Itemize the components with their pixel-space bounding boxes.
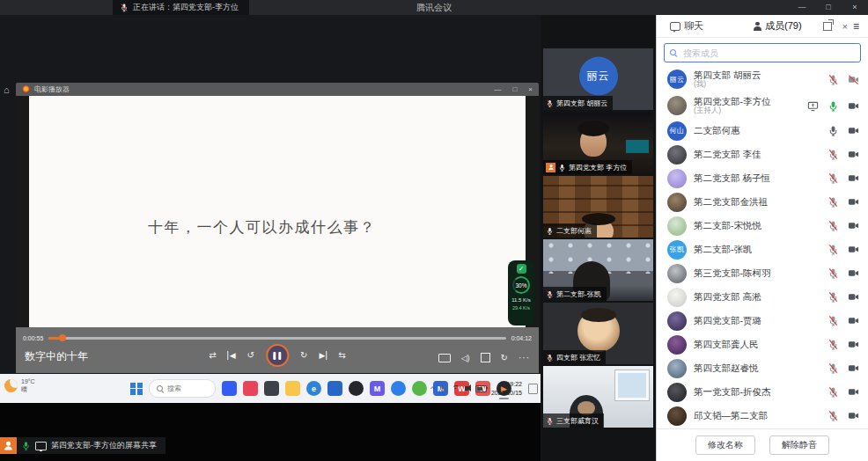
camera-icon[interactable] [848, 125, 859, 136]
member-row[interactable]: 第一党支部-折俊杰 [657, 380, 868, 404]
close-icon[interactable]: × [842, 0, 868, 15]
speaker-icon[interactable] [465, 386, 468, 391]
mic-icon[interactable] [828, 172, 839, 184]
camera-icon[interactable] [848, 267, 859, 279]
red-app-icon[interactable] [243, 381, 258, 396]
player-close-icon[interactable]: × [528, 83, 533, 96]
camera-icon[interactable] [848, 172, 859, 184]
notification-center-icon[interactable] [528, 384, 538, 394]
camera-icon[interactable] [848, 315, 859, 326]
shuffle-icon[interactable]: ⇄ [209, 351, 216, 360]
mic-icon[interactable] [828, 125, 839, 136]
tray-expand-icon[interactable]: ^ [430, 384, 434, 392]
mic-icon[interactable] [828, 244, 839, 255]
camera-icon[interactable] [848, 362, 859, 374]
video-thumbnail[interactable]: 丽云 第四支部 胡丽云 [543, 48, 653, 110]
rename-button[interactable]: 修改名称 [695, 435, 755, 455]
taskbar-search[interactable]: 搜索 [149, 379, 216, 398]
camera-icon[interactable] [848, 339, 859, 350]
member-search-box[interactable] [664, 43, 861, 62]
player-maximize-icon[interactable]: □ [512, 83, 517, 96]
purple-m-icon[interactable]: M [370, 381, 385, 396]
member-search-input[interactable] [681, 48, 855, 59]
popout-panel-icon[interactable] [823, 22, 832, 31]
member-row[interactable]: 第三党支部-陈柯羽 [657, 261, 868, 285]
maximize-icon[interactable]: □ [815, 0, 842, 15]
dark-laptop-icon[interactable] [264, 381, 279, 396]
more-options-icon[interactable]: ··· [519, 353, 530, 362]
unmute-button[interactable]: 解除静音 [769, 435, 829, 455]
video-thumbnail[interactable]: 第二支部-张凯 [543, 239, 653, 301]
clock[interactable]: 19:22 2023/10/15 [491, 380, 522, 397]
dark-sphere-icon[interactable] [349, 381, 364, 396]
folder-icon[interactable] [285, 381, 300, 396]
weather-widget[interactable]: 19°C 晴 [4, 377, 35, 394]
wifi-icon[interactable] [452, 385, 460, 392]
video-thumbnail[interactable]: 三支部威育汉 [543, 366, 653, 428]
member-row[interactable]: 邱文韬—第二支部 [657, 404, 868, 428]
next-icon[interactable]: ▶ [319, 351, 327, 360]
player-minimize-icon[interactable]: — [494, 83, 501, 96]
feishu-icon[interactable] [222, 381, 237, 396]
camera-icon[interactable] [848, 220, 859, 231]
member-row[interactable]: 张凯第二支部-张凯 [657, 238, 868, 261]
seek-track[interactable] [48, 337, 505, 340]
mic-icon[interactable] [828, 220, 839, 231]
video-thumbnail[interactable]: 四支部 张宏忆 [543, 303, 653, 364]
screen-share-icon[interactable] [807, 100, 819, 112]
seek-knob[interactable] [59, 334, 66, 341]
member-row[interactable]: 第四支部赵睿悦 [657, 356, 868, 380]
subtitle-icon[interactable] [438, 354, 451, 362]
mic-icon[interactable] [828, 315, 839, 326]
tray-mic-icon[interactable] [438, 383, 447, 394]
camera-icon[interactable] [848, 149, 859, 160]
green-sphere-icon[interactable] [412, 381, 427, 396]
member-row[interactable]: 第四党支部-李方位(主持人) [657, 92, 868, 119]
loop-icon[interactable]: ⇆ [338, 351, 345, 360]
mic-icon[interactable] [828, 386, 839, 398]
camera-icon[interactable] [848, 291, 859, 303]
player-titlebar[interactable]: 电影播放器 — □ × [16, 83, 539, 96]
member-row[interactable]: 第二党支部 李佳 [657, 143, 868, 166]
fullscreen-icon[interactable] [481, 353, 490, 362]
rotate-icon[interactable]: ↻ [501, 353, 508, 362]
forward-icon[interactable]: ↻ [300, 351, 307, 360]
video-frame[interactable]: 十年，一个人可以办成什么事？ [29, 96, 526, 327]
mic-icon[interactable] [828, 196, 839, 208]
camera-icon[interactable] [848, 410, 859, 421]
member-row[interactable]: 第二党支部 杨子恒 [657, 166, 868, 190]
edge-browser-icon[interactable]: e [306, 381, 321, 396]
mic-icon[interactable] [828, 410, 839, 421]
camera-icon[interactable] [848, 100, 859, 112]
tab-chat[interactable]: 聊天 [670, 19, 703, 33]
battery-icon[interactable] [475, 385, 487, 392]
rewind-icon[interactable]: ↺ [247, 351, 254, 360]
network-speed-widget[interactable]: ✓ 30% 11.5 K/s29.4 K/s [508, 260, 534, 326]
mic-icon[interactable] [828, 267, 839, 279]
member-row[interactable]: 第四党支部 高淞 [657, 285, 868, 309]
camera-icon[interactable] [848, 196, 859, 208]
mic-icon[interactable] [828, 149, 839, 160]
member-row[interactable]: 第四党支部-贾璐 [657, 309, 868, 333]
seek-bar[interactable]: 0:00:55 0:04:12 [23, 333, 532, 342]
member-row[interactable]: 第二支部-宋悦悦 [657, 214, 868, 238]
volume-icon[interactable]: ◁) [461, 354, 470, 362]
panel-menu-icon[interactable]: ≡ [853, 20, 859, 33]
screen-share-banner[interactable]: 第四党支部-李方位的屏幕共享 [0, 437, 166, 454]
mic-icon[interactable] [828, 291, 839, 303]
mic-icon[interactable] [828, 100, 839, 112]
player-home-icon[interactable]: ⌂ [4, 84, 10, 95]
previous-icon[interactable]: ◀ [228, 351, 236, 360]
camera-icon[interactable] [848, 244, 859, 255]
member-row[interactable]: 第二党支部金洪祖 [657, 190, 868, 214]
member-row[interactable]: 何山二支部何惠 [657, 119, 868, 143]
minimize-icon[interactable]: — [789, 0, 815, 15]
camera-icon[interactable] [848, 386, 859, 398]
start-button[interactable] [130, 383, 143, 395]
mic-icon[interactable] [828, 339, 839, 350]
video-thumbnail[interactable]: 二支部何惠 [543, 176, 653, 238]
member-row[interactable]: 丽云第四支部 胡丽云(我) [657, 66, 868, 92]
member-row[interactable]: 第四支部龚人民 [657, 333, 868, 356]
mic-icon[interactable] [828, 74, 839, 85]
blue-compass-icon[interactable] [391, 381, 406, 396]
